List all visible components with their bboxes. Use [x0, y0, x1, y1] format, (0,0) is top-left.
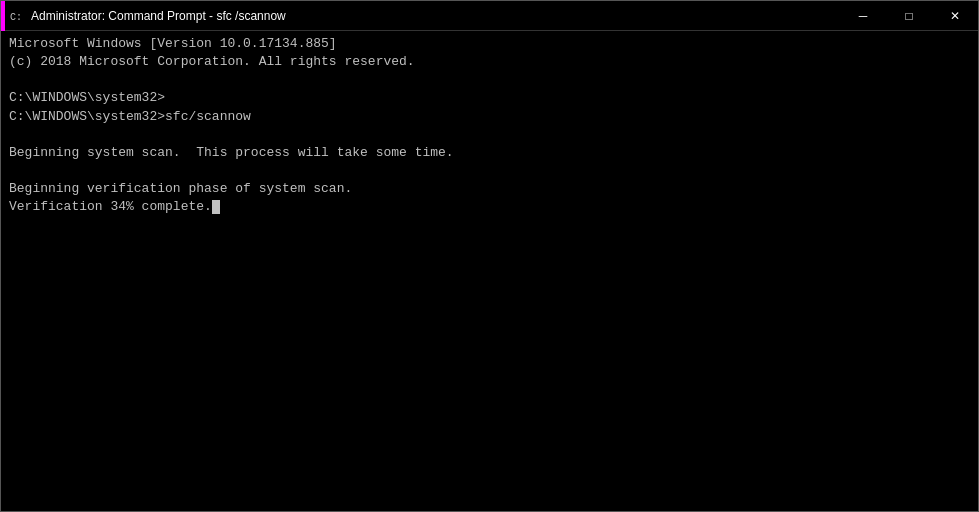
svg-text:C:: C:	[10, 12, 22, 23]
close-button[interactable]: ✕	[932, 1, 978, 31]
cmd-window: C: Administrator: Command Prompt - sfc /…	[0, 0, 979, 512]
title-bar: C: Administrator: Command Prompt - sfc /…	[1, 1, 978, 31]
window-title: Administrator: Command Prompt - sfc /sca…	[31, 9, 970, 23]
console-line-10: Verification 34% complete.	[9, 198, 970, 216]
window-controls: ─ □ ✕	[840, 1, 978, 31]
cmd-icon: C:	[9, 8, 25, 24]
console-line-6	[9, 126, 970, 144]
console-line-5: C:\WINDOWS\system32>sfc/scannow	[9, 108, 970, 126]
console-line-1: Microsoft Windows [Version 10.0.17134.88…	[9, 35, 970, 53]
cursor	[212, 200, 220, 214]
console-line-4: C:\WINDOWS\system32>	[9, 89, 970, 107]
console-line-9: Beginning verification phase of system s…	[9, 180, 970, 198]
console-line-3	[9, 71, 970, 89]
minimize-button[interactable]: ─	[840, 1, 886, 31]
console-line-2: (c) 2018 Microsoft Corporation. All righ…	[9, 53, 970, 71]
maximize-button[interactable]: □	[886, 1, 932, 31]
console-line-7: Beginning system scan. This process will…	[9, 144, 970, 162]
console-output[interactable]: Microsoft Windows [Version 10.0.17134.88…	[1, 31, 978, 511]
console-line-8	[9, 162, 970, 180]
accent-bar	[1, 1, 5, 31]
